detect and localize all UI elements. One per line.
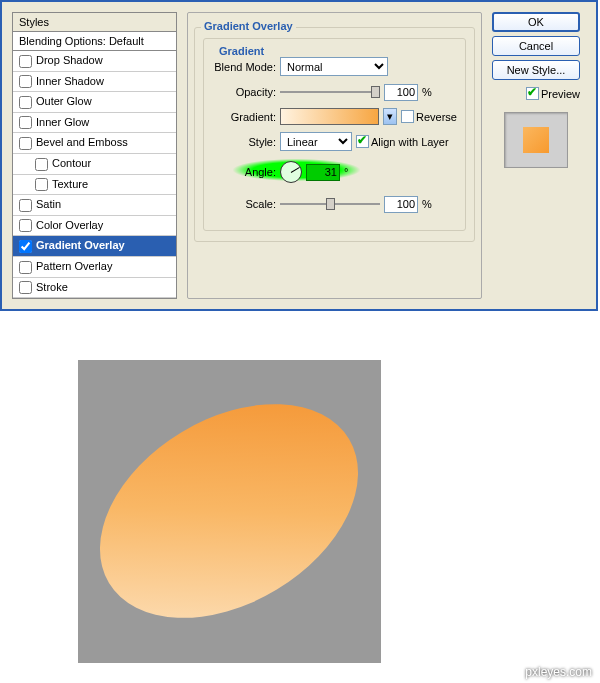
style-inner-glow-check[interactable] [19,116,32,129]
style-select[interactable]: Linear [280,132,352,151]
style-gradient-overlay-check[interactable] [19,240,32,253]
style-stroke-check[interactable] [19,281,32,294]
new-style-button[interactable]: New Style... [492,60,580,80]
ok-button[interactable]: OK [492,12,580,32]
preview-gradient-icon [523,127,549,153]
options-title: Gradient Overlay [201,20,296,32]
style-color-overlay[interactable]: Color Overlay [13,216,176,237]
style-texture-check[interactable] [35,178,48,191]
style-color-overlay-check[interactable] [19,219,32,232]
gradient-preview[interactable] [280,108,379,125]
style-inner-shadow[interactable]: Inner Shadow [13,72,176,93]
style-satin[interactable]: Satin [13,195,176,216]
angle-input[interactable] [306,164,340,181]
blend-mode-select[interactable]: Normal [280,57,388,76]
svg-point-0 [78,360,381,662]
opacity-label: Opacity: [212,86,276,98]
style-drop-shadow-check[interactable] [19,55,32,68]
gradient-overlay-options: Gradient Overlay Gradient Blend Mode: No… [187,12,482,299]
scale-slider[interactable] [280,195,380,213]
dialog-buttons: OK Cancel New Style... Preview [492,12,580,299]
style-label: Style: [212,136,276,148]
layer-style-dialog: Styles Blending Options: Default Drop Sh… [0,0,598,311]
style-gradient-overlay[interactable]: Gradient Overlay [13,236,176,257]
angle-label: Angle: [212,166,276,178]
blend-mode-label: Blend Mode: [212,61,276,73]
scale-label: Scale: [212,198,276,210]
reverse-checkbox[interactable]: Reverse [401,110,457,123]
style-pattern-overlay-check[interactable] [19,261,32,274]
preview-check-icon [526,87,539,100]
style-bevel-emboss-check[interactable] [19,137,32,150]
watermark: pxleyes.com [525,665,592,679]
ellipse-shape [78,360,381,663]
styles-header: Styles [13,13,176,32]
percent-label: % [422,86,432,98]
align-checkbox[interactable]: Align with Layer [356,135,449,148]
style-contour[interactable]: Contour [13,154,176,175]
style-outer-glow-check[interactable] [19,96,32,109]
style-pattern-overlay[interactable]: Pattern Overlay [13,257,176,278]
angle-dial[interactable] [280,161,302,183]
scale-input[interactable] [384,196,418,213]
gradient-label: Gradient: [212,111,276,123]
blending-options-default[interactable]: Blending Options: Default [13,32,176,51]
styles-list: Styles Blending Options: Default Drop Sh… [12,12,177,299]
reverse-check-icon [401,110,414,123]
style-drop-shadow[interactable]: Drop Shadow [13,51,176,72]
gradient-picker-arrow-icon[interactable]: ▾ [383,108,397,125]
align-check-icon [356,135,369,148]
style-satin-check[interactable] [19,199,32,212]
opacity-input[interactable] [384,84,418,101]
cancel-button[interactable]: Cancel [492,36,580,56]
style-texture[interactable]: Texture [13,175,176,196]
style-inner-glow[interactable]: Inner Glow [13,113,176,134]
style-outer-glow[interactable]: Outer Glow [13,92,176,113]
style-contour-check[interactable] [35,158,48,171]
preview-checkbox[interactable]: Preview [526,87,580,100]
style-bevel-emboss[interactable]: Bevel and Emboss [13,133,176,154]
canvas-preview [78,360,381,663]
style-inner-shadow-check[interactable] [19,75,32,88]
degree-label: ° [344,166,348,178]
gradient-group-title: Gradient [216,45,267,57]
preview-swatch [504,112,568,168]
percent-label-2: % [422,198,432,210]
opacity-slider[interactable] [280,83,380,101]
style-stroke[interactable]: Stroke [13,278,176,299]
